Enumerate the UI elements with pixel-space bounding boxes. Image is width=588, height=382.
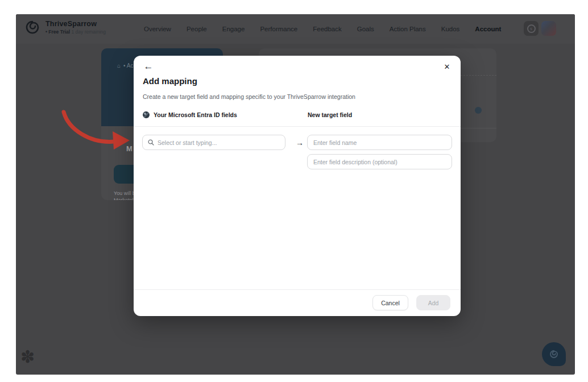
nav-item-account[interactable]: Account [475,26,501,32]
add-mapping-modal: ← ✕ Add mapping Create a new target fiel… [134,56,461,316]
top-navigation-bar: ThriveSparrow • Free Trial 1 day remaini… [16,14,575,44]
nav-item-performance[interactable]: Performance [260,26,297,32]
divider [134,126,461,127]
source-section-header: Your Microsoft Entra ID fields [143,111,308,118]
microsoft-entra-id-icon [143,111,150,118]
home-icon: ⌂ [117,63,121,69]
add-button[interactable]: Add [416,295,450,310]
page: ThriveSparrow • Free Trial 1 day remaini… [0,0,588,382]
divider [134,289,461,290]
rewards-coin-button[interactable]: s [524,21,539,36]
nav-item-overview[interactable]: Overview [144,26,171,32]
background-dot-icon [475,107,482,114]
mapping-arrow-icon: → [292,135,307,150]
cancel-button[interactable]: Cancel [372,295,408,310]
profile-avatar[interactable] [541,21,556,36]
nav-item-feedback[interactable]: Feedback [313,26,342,32]
brand: ThriveSparrow • Free Trial 1 day remaini… [25,20,106,35]
trial-remaining: 1 day remaining [72,29,106,35]
nav-item-action-plans[interactable]: Action Plans [390,26,426,32]
nav-item-goals[interactable]: Goals [357,26,374,32]
trial-status: • Free Trial 1 day remaining [45,29,106,35]
main-nav: Overview People Engage Performance Feedb… [144,14,501,44]
nav-item-people[interactable]: People [187,26,207,32]
search-icon [148,139,154,146]
modal-subtitle: Create a new target field and mapping sp… [143,93,355,100]
nav-item-engage[interactable]: Engage [222,26,245,32]
field-name-input[interactable] [307,135,452,150]
coin-icon: s [527,24,536,33]
brand-name: ThriveSparrow [45,20,106,28]
nav-item-kudos[interactable]: Kudos [441,26,460,32]
field-description-input[interactable] [307,154,452,169]
brand-text: ThriveSparrow • Free Trial 1 day remaini… [45,20,106,35]
flower-badge-icon: ✽ [20,347,35,367]
chat-launcher-button[interactable] [542,342,566,366]
target-section-label: New target field [308,111,352,118]
back-arrow-icon[interactable]: ← [142,60,155,73]
source-field-select[interactable] [142,135,285,150]
modal-title: Add mapping [143,76,197,86]
chat-swirl-icon [548,348,560,360]
close-icon[interactable]: ✕ [441,60,453,73]
top-actions: s [524,21,556,36]
source-field-input[interactable] [158,139,280,146]
trial-badge: • Free Trial [45,29,70,35]
thrivesparrow-logo-icon [25,20,40,35]
source-section-label: Your Microsoft Entra ID fields [154,111,237,118]
mapping-column-headers: Your Microsoft Entra ID fields New targe… [143,111,452,118]
background-card-heading: M [126,144,132,153]
